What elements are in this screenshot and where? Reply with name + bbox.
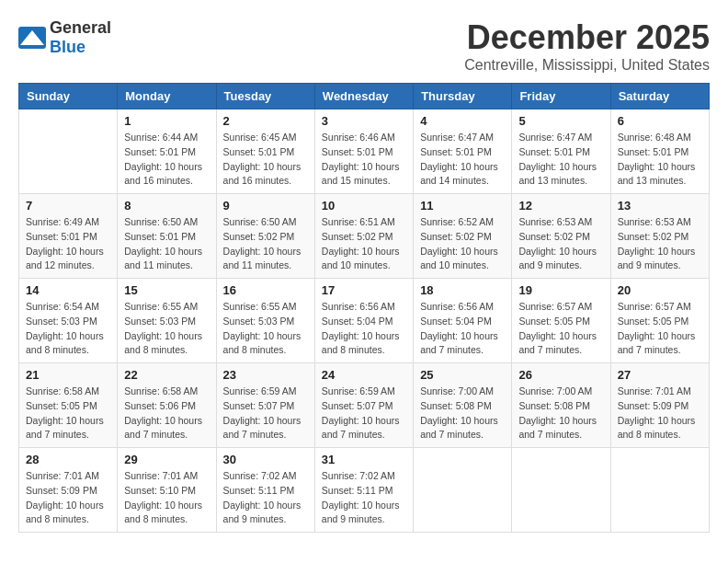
day-number: 18 bbox=[420, 283, 505, 297]
day-info: Sunrise: 6:48 AMSunset: 5:01 PMDaylight:… bbox=[618, 131, 702, 189]
calendar-cell: 3Sunrise: 6:46 AMSunset: 5:01 PMDaylight… bbox=[314, 109, 413, 194]
calendar-cell: 27Sunrise: 7:01 AMSunset: 5:09 PMDayligh… bbox=[610, 363, 709, 448]
day-number: 4 bbox=[420, 114, 505, 128]
calendar-cell: 10Sunrise: 6:51 AMSunset: 5:02 PMDayligh… bbox=[314, 194, 413, 279]
calendar-cell: 17Sunrise: 6:56 AMSunset: 5:04 PMDayligh… bbox=[314, 279, 413, 363]
day-info: Sunrise: 6:53 AMSunset: 5:02 PMDaylight:… bbox=[618, 215, 702, 273]
day-number: 22 bbox=[124, 368, 209, 382]
day-number: 11 bbox=[420, 199, 505, 213]
day-number: 14 bbox=[26, 283, 110, 297]
logo: General Blue bbox=[18, 18, 111, 57]
calendar-cell: 1Sunrise: 6:44 AMSunset: 5:01 PMDaylight… bbox=[118, 109, 216, 194]
day-number: 10 bbox=[322, 199, 406, 213]
day-info: Sunrise: 6:54 AMSunset: 5:03 PMDaylight:… bbox=[26, 300, 110, 358]
day-info: Sunrise: 6:45 AMSunset: 5:01 PMDaylight:… bbox=[223, 131, 308, 189]
day-number: 21 bbox=[26, 368, 110, 382]
day-number: 20 bbox=[618, 283, 702, 297]
calendar-cell: 15Sunrise: 6:55 AMSunset: 5:03 PMDayligh… bbox=[118, 279, 216, 363]
day-info: Sunrise: 6:55 AMSunset: 5:03 PMDaylight:… bbox=[124, 300, 209, 358]
calendar-cell: 24Sunrise: 6:59 AMSunset: 5:07 PMDayligh… bbox=[314, 363, 413, 448]
logo-general-text: General bbox=[50, 18, 111, 37]
calendar-cell: 8Sunrise: 6:50 AMSunset: 5:01 PMDaylight… bbox=[118, 194, 216, 279]
day-info: Sunrise: 7:01 AMSunset: 5:09 PMDaylight:… bbox=[26, 469, 110, 527]
day-number: 16 bbox=[223, 283, 308, 297]
calendar-cell: 21Sunrise: 6:58 AMSunset: 5:05 PMDayligh… bbox=[19, 363, 118, 448]
weekday-header-monday: Monday bbox=[118, 84, 216, 109]
day-number: 5 bbox=[518, 114, 603, 128]
calendar-cell: 19Sunrise: 6:57 AMSunset: 5:05 PMDayligh… bbox=[512, 279, 610, 363]
day-info: Sunrise: 7:00 AMSunset: 5:08 PMDaylight:… bbox=[518, 385, 603, 442]
week-row-3: 14Sunrise: 6:54 AMSunset: 5:03 PMDayligh… bbox=[19, 279, 710, 363]
calendar-cell: 18Sunrise: 6:56 AMSunset: 5:04 PMDayligh… bbox=[414, 279, 512, 363]
day-info: Sunrise: 7:01 AMSunset: 5:10 PMDaylight:… bbox=[124, 469, 209, 527]
calendar-cell: 16Sunrise: 6:55 AMSunset: 5:03 PMDayligh… bbox=[216, 279, 314, 363]
day-info: Sunrise: 6:44 AMSunset: 5:01 PMDaylight:… bbox=[124, 131, 209, 189]
day-number: 1 bbox=[124, 114, 209, 128]
day-number: 23 bbox=[223, 368, 308, 382]
calendar-cell bbox=[19, 109, 118, 194]
calendar-cell: 6Sunrise: 6:48 AMSunset: 5:01 PMDaylight… bbox=[610, 109, 709, 194]
calendar-cell bbox=[414, 448, 512, 533]
calendar-cell: 13Sunrise: 6:53 AMSunset: 5:02 PMDayligh… bbox=[610, 194, 709, 279]
day-number: 3 bbox=[322, 114, 406, 128]
day-number: 25 bbox=[420, 368, 505, 382]
day-number: 31 bbox=[322, 453, 406, 466]
weekday-header-wednesday: Wednesday bbox=[314, 84, 413, 109]
calendar-cell: 4Sunrise: 6:47 AMSunset: 5:01 PMDaylight… bbox=[414, 109, 512, 194]
calendar-cell: 30Sunrise: 7:02 AMSunset: 5:11 PMDayligh… bbox=[216, 448, 314, 533]
day-info: Sunrise: 6:55 AMSunset: 5:03 PMDaylight:… bbox=[223, 300, 308, 358]
calendar-cell: 31Sunrise: 7:02 AMSunset: 5:11 PMDayligh… bbox=[314, 448, 413, 533]
day-info: Sunrise: 7:00 AMSunset: 5:08 PMDaylight:… bbox=[420, 385, 505, 442]
day-info: Sunrise: 6:50 AMSunset: 5:02 PMDaylight:… bbox=[223, 215, 308, 273]
location-title: Centreville, Mississippi, United States bbox=[464, 57, 710, 74]
calendar-cell: 28Sunrise: 7:01 AMSunset: 5:09 PMDayligh… bbox=[19, 448, 118, 533]
day-info: Sunrise: 6:47 AMSunset: 5:01 PMDaylight:… bbox=[518, 131, 603, 189]
calendar-cell: 22Sunrise: 6:58 AMSunset: 5:06 PMDayligh… bbox=[118, 363, 216, 448]
day-info: Sunrise: 6:52 AMSunset: 5:02 PMDaylight:… bbox=[420, 215, 505, 273]
day-number: 7 bbox=[26, 199, 110, 213]
day-info: Sunrise: 6:46 AMSunset: 5:01 PMDaylight:… bbox=[322, 131, 406, 189]
logo-icon bbox=[18, 27, 46, 49]
weekday-header-thursday: Thursday bbox=[414, 84, 512, 109]
weekday-header-sunday: Sunday bbox=[19, 84, 118, 109]
day-number: 29 bbox=[124, 453, 209, 466]
day-info: Sunrise: 6:56 AMSunset: 5:04 PMDaylight:… bbox=[322, 300, 406, 358]
day-number: 26 bbox=[518, 368, 603, 382]
day-info: Sunrise: 6:50 AMSunset: 5:01 PMDaylight:… bbox=[124, 215, 209, 273]
header: General Blue December 2025 Centreville, … bbox=[18, 18, 710, 74]
day-number: 27 bbox=[618, 368, 702, 382]
day-info: Sunrise: 7:01 AMSunset: 5:09 PMDaylight:… bbox=[618, 385, 702, 442]
day-info: Sunrise: 7:02 AMSunset: 5:11 PMDaylight:… bbox=[322, 469, 406, 527]
weekday-header-friday: Friday bbox=[512, 84, 610, 109]
calendar-cell: 14Sunrise: 6:54 AMSunset: 5:03 PMDayligh… bbox=[19, 279, 118, 363]
calendar-cell: 26Sunrise: 7:00 AMSunset: 5:08 PMDayligh… bbox=[512, 363, 610, 448]
day-number: 24 bbox=[322, 368, 406, 382]
day-info: Sunrise: 6:59 AMSunset: 5:07 PMDaylight:… bbox=[322, 385, 406, 442]
calendar-cell: 23Sunrise: 6:59 AMSunset: 5:07 PMDayligh… bbox=[216, 363, 314, 448]
day-number: 9 bbox=[223, 199, 308, 213]
day-info: Sunrise: 6:57 AMSunset: 5:05 PMDaylight:… bbox=[618, 300, 702, 358]
calendar-cell: 5Sunrise: 6:47 AMSunset: 5:01 PMDaylight… bbox=[512, 109, 610, 194]
day-number: 19 bbox=[518, 283, 603, 297]
day-info: Sunrise: 6:51 AMSunset: 5:02 PMDaylight:… bbox=[322, 215, 406, 273]
day-number: 6 bbox=[618, 114, 702, 128]
calendar-cell bbox=[610, 448, 709, 533]
day-info: Sunrise: 6:49 AMSunset: 5:01 PMDaylight:… bbox=[26, 215, 110, 273]
day-info: Sunrise: 6:59 AMSunset: 5:07 PMDaylight:… bbox=[223, 385, 308, 442]
day-info: Sunrise: 6:58 AMSunset: 5:05 PMDaylight:… bbox=[26, 385, 110, 442]
calendar-cell: 2Sunrise: 6:45 AMSunset: 5:01 PMDaylight… bbox=[216, 109, 314, 194]
calendar-table: SundayMondayTuesdayWednesdayThursdayFrid… bbox=[18, 83, 710, 533]
day-info: Sunrise: 6:56 AMSunset: 5:04 PMDaylight:… bbox=[420, 300, 505, 358]
calendar-cell: 9Sunrise: 6:50 AMSunset: 5:02 PMDaylight… bbox=[216, 194, 314, 279]
week-row-1: 1Sunrise: 6:44 AMSunset: 5:01 PMDaylight… bbox=[19, 109, 710, 194]
week-row-5: 28Sunrise: 7:01 AMSunset: 5:09 PMDayligh… bbox=[19, 448, 710, 533]
day-number: 15 bbox=[124, 283, 209, 297]
title-area: December 2025 Centreville, Mississippi, … bbox=[464, 18, 710, 74]
day-info: Sunrise: 6:57 AMSunset: 5:05 PMDaylight:… bbox=[518, 300, 603, 358]
weekday-header-tuesday: Tuesday bbox=[216, 84, 314, 109]
day-number: 28 bbox=[26, 453, 110, 466]
day-info: Sunrise: 6:58 AMSunset: 5:06 PMDaylight:… bbox=[124, 385, 209, 442]
calendar-cell: 20Sunrise: 6:57 AMSunset: 5:05 PMDayligh… bbox=[610, 279, 709, 363]
month-title: December 2025 bbox=[464, 18, 710, 57]
week-row-4: 21Sunrise: 6:58 AMSunset: 5:05 PMDayligh… bbox=[19, 363, 710, 448]
